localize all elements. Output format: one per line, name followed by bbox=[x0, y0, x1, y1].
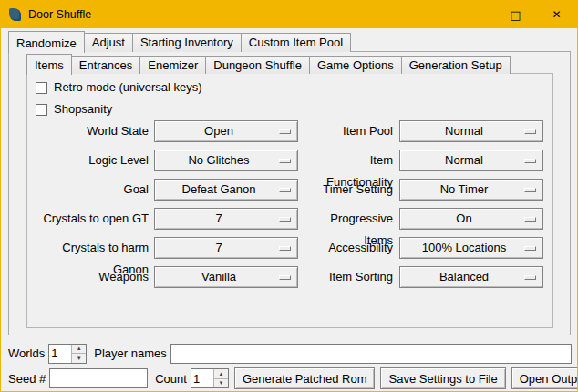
world-state-label: World State bbox=[26, 120, 149, 142]
item-pool-dropdown[interactable]: Normal bbox=[399, 120, 543, 142]
dropdown-value: Defeat Ganon bbox=[159, 180, 279, 200]
inner-tabbar: Items Entrances Enemizer Dungeon Shuffle… bbox=[26, 53, 510, 74]
dropdown-value: On bbox=[404, 209, 524, 229]
worlds-row: Worlds ▲ ▼ Player names bbox=[8, 343, 572, 364]
dropdown-indicator-icon bbox=[524, 188, 536, 192]
open-output-directory-button[interactable]: Open Output Directory bbox=[511, 367, 578, 389]
dropdown-value: Normal bbox=[404, 121, 524, 141]
dropdown-value: Vanilla bbox=[159, 267, 279, 287]
worlds-spin-up-icon[interactable]: ▲ bbox=[71, 345, 86, 355]
tab-items[interactable]: Items bbox=[26, 54, 72, 75]
seed-input[interactable] bbox=[49, 368, 148, 388]
count-input[interactable] bbox=[191, 369, 213, 387]
minimize-icon[interactable]: — bbox=[454, 1, 495, 28]
dropdown-value: 7 bbox=[159, 209, 279, 229]
worlds-spinbox: ▲ ▼ bbox=[48, 344, 87, 364]
option-row: Crystals to open GT 7 Progressive Items … bbox=[26, 208, 553, 230]
options-grid: World State Open Item Pool Normal Logic … bbox=[26, 120, 553, 295]
option-row: Goal Defeat Ganon Timer Setting No Timer bbox=[26, 179, 553, 201]
seed-row: Seed # Count ▲ ▼ Generate Patched Rom Sa… bbox=[8, 367, 572, 389]
save-settings-button[interactable]: Save Settings to File bbox=[380, 367, 505, 389]
item-functionality-label: Item Functionality bbox=[302, 150, 393, 171]
seed-label: Seed # bbox=[8, 368, 46, 389]
dropdown-value: Open bbox=[159, 121, 279, 141]
accessibility-dropdown[interactable]: 100% Locations bbox=[399, 237, 543, 259]
tab-game-options[interactable]: Game Options bbox=[309, 56, 402, 74]
item-sorting-label: Item Sorting bbox=[302, 266, 393, 288]
generate-patched-rom-button[interactable]: Generate Patched Rom bbox=[234, 367, 376, 389]
dropdown-indicator-icon bbox=[279, 129, 291, 134]
window: Door Shuffle — □ ✕ Randomize Adjust Star… bbox=[0, 0, 578, 392]
crystals-open-gt-label: Crystals to open GT bbox=[26, 208, 149, 230]
dropdown-value: No Glitches bbox=[159, 150, 279, 170]
tab-dungeon-shuffle[interactable]: Dungeon Shuffle bbox=[205, 56, 310, 74]
crystals-harm-ganon-dropdown[interactable]: 7 bbox=[154, 237, 298, 259]
count-label: Count bbox=[155, 368, 187, 389]
logic-level-label: Logic Level bbox=[26, 150, 149, 171]
option-row: Crystals to harm Ganon 7 Accessibility 1… bbox=[26, 237, 553, 259]
item-functionality-dropdown[interactable]: Normal bbox=[399, 150, 543, 171]
dropdown-indicator-icon bbox=[279, 188, 291, 192]
checkbox-box bbox=[36, 82, 47, 94]
dropdown-indicator-icon bbox=[279, 275, 291, 280]
shopsanity-checkbox[interactable]: Shopsanity bbox=[36, 100, 112, 119]
goal-dropdown[interactable]: Defeat Ganon bbox=[154, 179, 298, 201]
accessibility-label: Accessibility bbox=[302, 237, 393, 259]
crystals-harm-ganon-label: Crystals to harm Ganon bbox=[26, 237, 149, 259]
world-state-dropdown[interactable]: Open bbox=[154, 120, 298, 142]
worlds-label: Worlds bbox=[8, 343, 45, 364]
option-row: Logic Level No Glitches Item Functionali… bbox=[26, 150, 553, 171]
dropdown-indicator-icon bbox=[524, 159, 536, 163]
maximize-icon[interactable]: □ bbox=[495, 1, 536, 28]
item-sorting-dropdown[interactable]: Balanced bbox=[399, 266, 543, 288]
dropdown-value: No Timer bbox=[404, 180, 524, 200]
titlebar[interactable]: Door Shuffle — □ ✕ bbox=[1, 1, 577, 28]
checkbox-label: Shopsanity bbox=[54, 100, 112, 119]
tab-adjust[interactable]: Adjust bbox=[84, 33, 133, 52]
dropdown-value: 7 bbox=[159, 238, 279, 258]
app-icon bbox=[9, 8, 21, 21]
option-row: Weapons Vanilla Item Sorting Balanced bbox=[26, 266, 553, 288]
player-names-label: Player names bbox=[94, 343, 166, 364]
close-icon[interactable]: ✕ bbox=[536, 1, 577, 28]
tab-entrances[interactable]: Entrances bbox=[71, 56, 141, 74]
checkbox-label: Retro mode (universal keys) bbox=[54, 78, 202, 97]
progressive-items-dropdown[interactable]: On bbox=[399, 208, 543, 230]
player-names-input[interactable] bbox=[170, 344, 572, 364]
tab-starting-inventory[interactable]: Starting Inventory bbox=[132, 33, 242, 52]
spin-arrows: ▲ ▼ bbox=[213, 369, 228, 387]
timer-setting-dropdown[interactable]: No Timer bbox=[399, 179, 543, 201]
dropdown-indicator-icon bbox=[524, 129, 536, 134]
dropdown-indicator-icon bbox=[279, 217, 291, 222]
checkbox-box bbox=[36, 104, 47, 116]
crystals-open-gt-dropdown[interactable]: 7 bbox=[154, 208, 298, 230]
timer-setting-label: Timer Setting bbox=[302, 179, 393, 201]
option-row: World State Open Item Pool Normal bbox=[26, 120, 553, 142]
dropdown-value: Normal bbox=[404, 150, 524, 170]
item-pool-label: Item Pool bbox=[302, 120, 393, 142]
tab-randomize[interactable]: Randomize bbox=[8, 31, 85, 53]
dropdown-indicator-icon bbox=[279, 246, 291, 251]
dropdown-indicator-icon bbox=[524, 275, 536, 280]
count-spin-up-icon[interactable]: ▲ bbox=[213, 369, 228, 379]
progressive-items-label: Progressive Items bbox=[302, 208, 393, 230]
retro-mode-checkbox[interactable]: Retro mode (universal keys) bbox=[36, 78, 202, 97]
count-spinbox: ▲ ▼ bbox=[191, 368, 229, 388]
dropdown-value: 100% Locations bbox=[404, 238, 524, 258]
logic-level-dropdown[interactable]: No Glitches bbox=[154, 150, 298, 171]
outer-tabbar: Randomize Adjust Starting Inventory Cust… bbox=[8, 30, 350, 52]
weapons-label: Weapons bbox=[26, 266, 149, 288]
dropdown-indicator-icon bbox=[279, 159, 291, 163]
goal-label: Goal bbox=[26, 179, 149, 201]
worlds-spin-down-icon[interactable]: ▼ bbox=[71, 354, 86, 363]
tab-enemizer[interactable]: Enemizer bbox=[139, 56, 206, 74]
window-title: Door Shuffle bbox=[28, 8, 91, 21]
dropdown-value: Balanced bbox=[404, 267, 524, 287]
spin-arrows: ▲ ▼ bbox=[71, 345, 86, 363]
dropdown-indicator-icon bbox=[524, 217, 536, 222]
weapons-dropdown[interactable]: Vanilla bbox=[154, 266, 298, 288]
tab-custom-item-pool[interactable]: Custom Item Pool bbox=[241, 33, 351, 52]
worlds-input[interactable] bbox=[49, 345, 71, 363]
tab-generation-setup[interactable]: Generation Setup bbox=[401, 56, 511, 74]
count-spin-down-icon[interactable]: ▼ bbox=[213, 379, 228, 388]
